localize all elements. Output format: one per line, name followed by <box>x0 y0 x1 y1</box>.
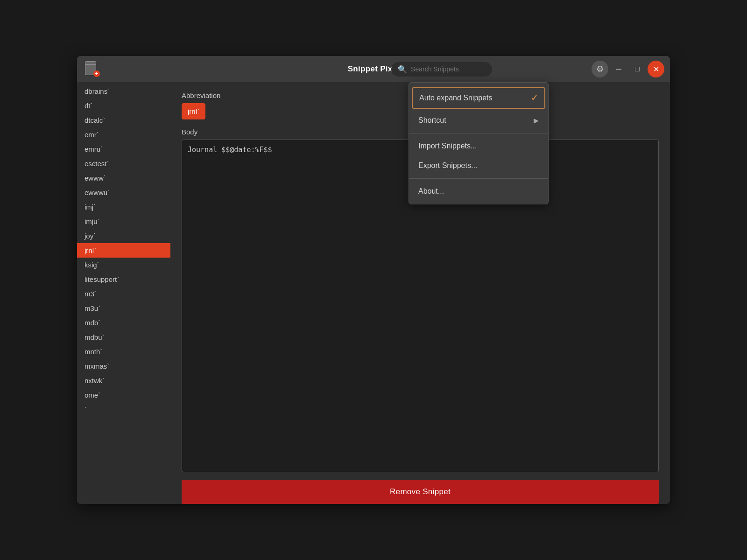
close-icon: ✕ <box>653 65 659 74</box>
sidebar-item-emr[interactable]: emr` <box>77 127 170 142</box>
sidebar-item-ewww[interactable]: ewww` <box>77 171 170 185</box>
import-label: Import Snippets... <box>418 142 477 150</box>
sidebar-item-joy[interactable]: joy` <box>77 229 170 243</box>
sidebar-item-nxtwk[interactable]: nxtwk` <box>77 373 170 388</box>
settings-button[interactable]: ⚙ <box>592 61 608 77</box>
sidebar-item-ome[interactable]: ome` <box>77 388 170 402</box>
minimize-icon: ─ <box>616 65 621 73</box>
app-window: + Snippet Pixie 🔍 ⚙ ─ □ ✕ Auto ex <box>77 56 670 504</box>
sidebar-item-imju[interactable]: imju` <box>77 214 170 229</box>
shortcut-label: Shortcut <box>418 116 446 125</box>
sidebar-item-backtick[interactable]: ` <box>77 402 170 417</box>
chevron-right-icon: ▶ <box>534 117 539 124</box>
sidebar-item-ewwwu[interactable]: ewwwu` <box>77 185 170 200</box>
sidebar-item-mdbu[interactable]: mdbu` <box>77 330 170 344</box>
main-content: dbrains` dt` dtcalc` emr` emru` esctest`… <box>77 82 670 504</box>
sidebar-item-dbrains[interactable]: dbrains` <box>77 84 170 98</box>
checkmark-icon: ✓ <box>531 93 538 103</box>
maximize-icon: □ <box>635 65 640 73</box>
import-menu-item[interactable]: Import Snippets... <box>409 136 548 156</box>
auto-expand-menu-item[interactable]: Auto expand Snippets ✓ <box>412 87 545 109</box>
sidebar: dbrains` dt` dtcalc` emr` emru` esctest`… <box>77 82 170 504</box>
maximize-button[interactable]: □ <box>629 61 646 77</box>
sidebar-item-mnth[interactable]: mnth` <box>77 344 170 359</box>
app-logo: + <box>83 60 101 78</box>
minimize-button[interactable]: ─ <box>610 61 627 77</box>
sidebar-item-m3[interactable]: m3` <box>77 287 170 301</box>
sidebar-item-dtcalc[interactable]: dtcalc` <box>77 113 170 127</box>
svg-text:+: + <box>95 70 98 77</box>
titlebar: + Snippet Pixie 🔍 ⚙ ─ □ ✕ Auto ex <box>77 56 670 82</box>
sidebar-item-emru[interactable]: emru` <box>77 142 170 156</box>
search-bar[interactable]: 🔍 <box>391 62 492 77</box>
sidebar-item-litesupport[interactable]: litesupport` <box>77 272 170 287</box>
sidebar-item-m3u[interactable]: m3u` <box>77 301 170 315</box>
about-label: About... <box>418 187 444 196</box>
window-controls: ⚙ ─ □ ✕ <box>592 61 664 77</box>
settings-dropdown: Auto expand Snippets ✓ Shortcut ▶ Import… <box>409 82 549 204</box>
remove-snippet-button[interactable]: Remove Snippet <box>182 480 659 504</box>
export-menu-item[interactable]: Export Snippets... <box>409 156 548 175</box>
sidebar-item-mxmas[interactable]: mxmas` <box>77 359 170 373</box>
settings-gear-icon: ⚙ <box>596 64 604 74</box>
sidebar-item-mdb[interactable]: mdb` <box>77 315 170 330</box>
search-input[interactable] <box>411 65 486 73</box>
menu-divider-2 <box>409 178 548 179</box>
search-icon: 🔍 <box>398 65 407 74</box>
abbreviation-value[interactable]: jrnl` <box>182 103 205 119</box>
export-label: Export Snippets... <box>418 161 477 170</box>
sidebar-item-ksig[interactable]: ksig` <box>77 258 170 272</box>
close-button[interactable]: ✕ <box>648 61 664 77</box>
auto-expand-label: Auto expand Snippets <box>419 94 493 102</box>
about-menu-item[interactable]: About... <box>409 182 548 201</box>
sidebar-item-dt[interactable]: dt` <box>77 98 170 113</box>
sidebar-item-imj[interactable]: imj` <box>77 200 170 214</box>
menu-divider-1 <box>409 133 548 133</box>
sidebar-item-esctest[interactable]: esctest` <box>77 156 170 171</box>
shortcut-menu-item[interactable]: Shortcut ▶ <box>409 111 548 130</box>
sidebar-item-jrnl[interactable]: jrnl` <box>77 243 170 258</box>
